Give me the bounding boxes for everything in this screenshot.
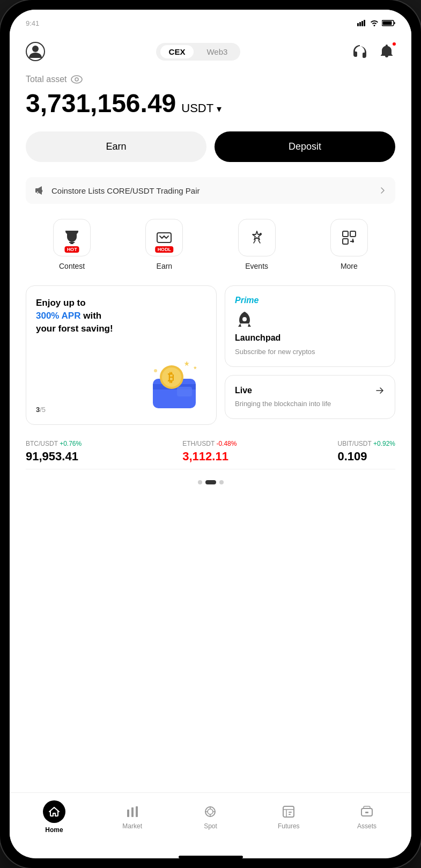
chevron-right-icon xyxy=(378,186,387,195)
svg-text:₿: ₿ xyxy=(168,371,174,384)
wallet-illustration: ₿ xyxy=(147,360,206,414)
main-content: Total asset 3,731,156.49 USDT ▾ Earn Dep… xyxy=(10,69,411,792)
svg-point-28 xyxy=(242,317,247,321)
svg-point-7 xyxy=(32,46,39,52)
menu-label-events: Events xyxy=(245,262,268,270)
svg-rect-10 xyxy=(70,243,73,244)
tab-cex[interactable]: CEX xyxy=(160,45,194,58)
phone-shell: 9:41 CEX Web3 xyxy=(0,0,421,868)
deposit-button[interactable]: Deposit xyxy=(215,131,395,162)
action-buttons: Earn Deposit xyxy=(26,131,395,162)
profile-icon xyxy=(26,42,45,61)
svg-rect-15 xyxy=(343,239,348,244)
futures-icon xyxy=(281,804,296,819)
battery-icon xyxy=(382,20,395,26)
menu-item-earn[interactable]: HODL Earn xyxy=(118,219,210,270)
home-indicator xyxy=(179,856,243,858)
tab-switcher: CEX Web3 xyxy=(156,43,241,61)
spot-icon xyxy=(203,804,218,819)
menu-item-events[interactable]: Events xyxy=(211,219,303,270)
svg-point-8 xyxy=(71,76,82,83)
launchpad-card[interactable]: Prime Launchpad Subscribe for new crypto… xyxy=(225,285,395,367)
trophy-icon xyxy=(63,229,81,247)
menu-item-contest[interactable]: HOT Contest xyxy=(26,219,118,270)
status-bar: 9:41 xyxy=(10,10,411,36)
notification-dot xyxy=(392,41,397,47)
svg-rect-14 xyxy=(350,231,356,237)
menu-label-more: More xyxy=(341,262,358,270)
svg-point-33 xyxy=(208,809,213,814)
svg-rect-2 xyxy=(361,21,363,26)
svg-rect-40 xyxy=(365,812,368,813)
arrow-right-icon xyxy=(374,385,385,396)
wifi-icon xyxy=(370,20,379,26)
nav-futures[interactable]: Futures xyxy=(249,804,328,830)
nav-spot[interactable]: Spot xyxy=(172,804,250,830)
header: CEX Web3 xyxy=(10,36,411,69)
eye-icon[interactable] xyxy=(71,75,83,84)
market-icon xyxy=(125,804,140,819)
time: 9:41 xyxy=(26,19,39,27)
svg-rect-13 xyxy=(343,231,348,237)
menu-item-more[interactable]: More xyxy=(303,219,395,270)
notification-button[interactable] xyxy=(378,43,395,60)
svg-rect-0 xyxy=(357,23,359,26)
menu-label-earn: Earn xyxy=(157,262,173,270)
svg-rect-37 xyxy=(289,812,292,813)
promo-card[interactable]: Enjoy up to 300% APR with your forst sav… xyxy=(26,285,217,425)
home-icon xyxy=(43,800,65,823)
nav-home[interactable]: Home xyxy=(15,800,93,834)
cards-row: Enjoy up to 300% APR with your forst sav… xyxy=(26,285,395,425)
scroll-dots xyxy=(26,480,395,484)
earn-button[interactable]: Earn xyxy=(26,131,206,162)
svg-rect-29 xyxy=(127,810,129,817)
svg-rect-30 xyxy=(131,807,134,817)
live-card[interactable]: Live Bringing the blockchain into life xyxy=(225,375,395,419)
svg-point-9 xyxy=(75,78,78,81)
right-cards: Prime Launchpad Subscribe for new crypto… xyxy=(225,285,395,425)
svg-marker-25 xyxy=(184,361,189,366)
events-icon xyxy=(248,229,266,247)
ticker-eth[interactable]: ETH/USDT -0.48% 3,112.11 xyxy=(182,440,237,464)
assets-icon xyxy=(359,804,374,819)
support-button[interactable] xyxy=(351,43,368,60)
svg-point-27 xyxy=(154,369,157,372)
svg-rect-38 xyxy=(289,814,291,815)
menu-label-contest: Contest xyxy=(59,262,85,270)
nav-market[interactable]: Market xyxy=(93,804,172,830)
svg-marker-26 xyxy=(194,366,197,369)
earn-icon xyxy=(155,229,173,247)
asset-amount: 3,731,156.49 USDT ▾ xyxy=(26,89,395,118)
profile-button[interactable] xyxy=(26,42,45,61)
svg-rect-11 xyxy=(157,233,171,242)
phone-screen: 9:41 CEX Web3 xyxy=(10,10,411,858)
tab-web3[interactable]: Web3 xyxy=(198,45,236,58)
nav-assets[interactable]: Assets xyxy=(328,804,406,830)
svg-rect-5 xyxy=(383,21,392,25)
svg-rect-1 xyxy=(359,22,361,26)
more-icon xyxy=(340,229,358,247)
ticker-btc[interactable]: BTC/USDT +0.76% 91,953.41 xyxy=(26,440,82,464)
svg-point-12 xyxy=(260,233,262,235)
header-icons xyxy=(351,43,395,60)
announcement-banner[interactable]: Coinstore Lists CORE/USDT Trading Pair xyxy=(26,177,395,204)
quick-menu: HOT Contest HODL Earn xyxy=(26,219,395,270)
headset-icon xyxy=(351,43,368,60)
ticker-ubit[interactable]: UBIT/USDT +0.92% 0.109 xyxy=(337,440,395,464)
svg-rect-34 xyxy=(283,806,294,817)
signal-icon xyxy=(357,20,367,26)
svg-rect-31 xyxy=(136,806,138,817)
svg-rect-3 xyxy=(364,20,365,26)
market-ticker: BTC/USDT +0.76% 91,953.41 ETH/USDT -0.48… xyxy=(26,440,395,469)
svg-rect-16 xyxy=(352,240,354,242)
rocket-icon xyxy=(235,310,254,329)
status-icons xyxy=(357,20,395,26)
svg-rect-21 xyxy=(177,387,192,396)
bottom-nav: Home Market Spot xyxy=(10,792,411,851)
total-asset-label: Total asset xyxy=(26,75,395,84)
megaphone-icon xyxy=(34,185,46,196)
